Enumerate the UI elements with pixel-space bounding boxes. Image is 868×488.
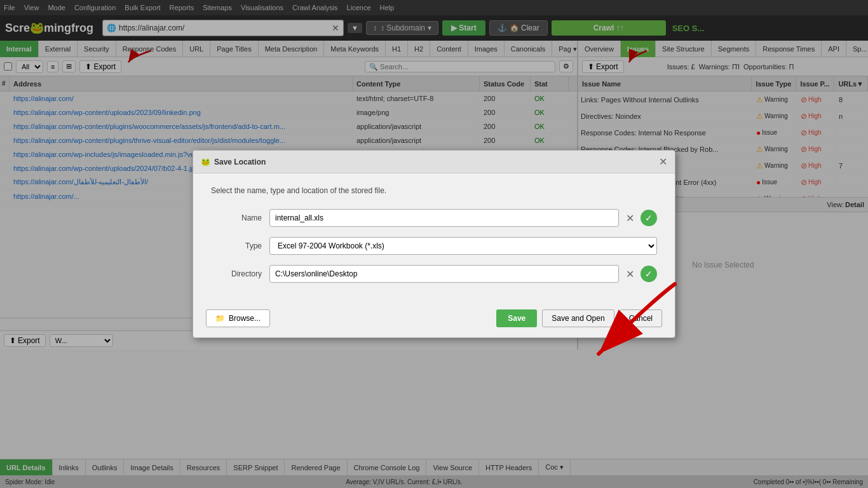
dialog-body: Select the name, type and location of th… xyxy=(193,173,675,303)
save-location-dialog: 🐸 Save Location ✕ Select the name, type … xyxy=(193,150,675,338)
dialog-close-button[interactable]: ✕ xyxy=(659,156,667,168)
directory-clear-button[interactable]: ✕ xyxy=(623,267,637,281)
dialog-subtitle: Select the name, type and location of th… xyxy=(211,186,657,195)
directory-input-wrap: ✕ ✓ xyxy=(269,265,657,283)
footer-actions: Save Save and Open Cancel xyxy=(496,309,662,327)
save-button[interactable]: Save xyxy=(496,309,537,327)
browse-button[interactable]: 📁 Browse... xyxy=(206,309,270,327)
directory-input[interactable] xyxy=(269,265,619,283)
cancel-button[interactable]: Cancel xyxy=(620,309,662,327)
type-label: Type xyxy=(211,241,262,250)
dialog-overlay: 🐸 Save Location ✕ Select the name, type … xyxy=(0,0,868,488)
name-input-wrap: ✕ ✓ xyxy=(269,209,657,227)
name-check-icon: ✓ xyxy=(641,210,657,226)
name-row: Name ✕ ✓ xyxy=(211,209,657,227)
directory-row: Directory ✕ ✓ xyxy=(211,265,657,283)
dialog-footer: 📁 Browse... Save Save and Open Cancel xyxy=(193,303,675,337)
folder-icon: 📁 xyxy=(215,314,225,323)
frog-icon-dialog: 🐸 xyxy=(201,158,210,166)
name-clear-button[interactable]: ✕ xyxy=(623,211,637,225)
save-and-open-button[interactable]: Save and Open xyxy=(542,309,614,327)
name-label: Name xyxy=(211,214,262,222)
directory-label: Directory xyxy=(211,269,262,278)
dialog-title-bar: 🐸 Save Location ✕ xyxy=(193,151,675,173)
directory-check-icon: ✓ xyxy=(641,266,657,282)
type-select[interactable]: Excel 97-2004 Workbook (*.xls) CSV (*.cs… xyxy=(269,237,657,255)
type-row: Type Excel 97-2004 Workbook (*.xls) CSV … xyxy=(211,237,657,255)
dialog-title: 🐸 Save Location xyxy=(201,158,266,166)
name-input[interactable] xyxy=(269,209,619,227)
type-input-wrap: Excel 97-2004 Workbook (*.xls) CSV (*.cs… xyxy=(269,237,657,255)
